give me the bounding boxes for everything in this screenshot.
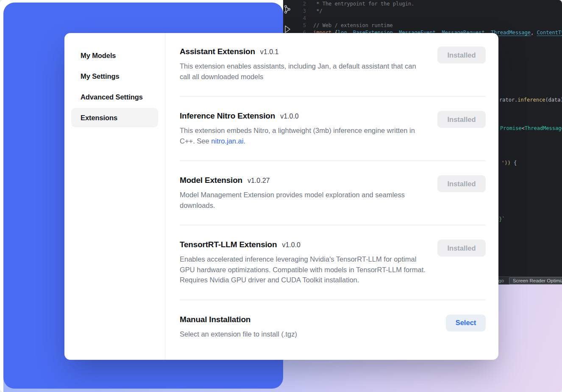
extension-version: v1.0.0 — [280, 113, 299, 120]
source-control-icon[interactable] — [283, 4, 292, 14]
extension-description: This extension embeds Nitro, a lightweig… — [180, 125, 427, 146]
extension-version: v1.0.1 — [260, 48, 279, 56]
manual-installation-description: Select an extension file to install (.tg… — [180, 329, 297, 340]
manual-installation-row: Manual Installation Select an extension … — [180, 315, 486, 340]
sidebar-item-my-settings[interactable]: My Settings — [71, 66, 158, 86]
sidebar-item-advanced-settings[interactable]: Advanced Settings — [71, 87, 158, 107]
extension-version: v1.0.27 — [248, 177, 270, 185]
extensions-panel: Assistant Extension v1.0.1 This extensio… — [165, 33, 498, 360]
extension-version: v1.0.0 — [282, 241, 300, 249]
sidebar-item-extensions[interactable]: Extensions — [71, 108, 158, 127]
extension-description: Model Management Extension provides mode… — [180, 190, 427, 210]
extension-title: Inference Nitro Extension — [180, 111, 275, 121]
installed-button[interactable]: Installed — [437, 47, 486, 63]
row-divider — [180, 300, 486, 300]
extension-description: Enables accelerated inference leveraging… — [180, 254, 427, 285]
row-divider — [180, 96, 486, 97]
row-divider — [180, 225, 486, 225]
screen-reader-chip[interactable]: Screen Reader Optimized — [509, 277, 562, 284]
run-icon[interactable] — [283, 25, 292, 34]
settings-sidebar: My Models My Settings Advanced Settings … — [64, 33, 165, 360]
activity-bar — [283, 0, 292, 36]
extension-title: Model Extension — [180, 175, 242, 185]
extension-row-assistant: Assistant Extension v1.0.1 This extensio… — [180, 47, 486, 82]
row-divider — [180, 160, 486, 161]
code-fragment: rator.inference(data)); — [499, 97, 562, 103]
code-fragment: ')) { — [501, 160, 517, 166]
settings-modal: My Models My Settings Advanced Settings … — [64, 33, 498, 360]
manual-installation-title: Manual Installation — [180, 315, 250, 325]
status-text: go — [498, 278, 504, 283]
code-line — [313, 15, 562, 22]
code-line: // Web / extension runtime — [313, 22, 562, 29]
extension-description: This extension enables assistants, inclu… — [180, 61, 427, 82]
extension-title: TensortRT-LLM Extension — [180, 240, 277, 250]
code-line: * The entrypoint for the plugin. — [313, 0, 562, 8]
extension-title: Assistant Extension — [180, 47, 255, 57]
code-line: */ — [313, 8, 562, 15]
line-numbers: 2 3 4 5 6 — [292, 0, 309, 36]
extension-row-tensorrt-llm: TensortRT-LLM Extension v1.0.0 Enables a… — [180, 240, 486, 285]
installed-button[interactable]: Installed — [437, 111, 486, 128]
sidebar-item-my-models[interactable]: My Models — [71, 46, 158, 65]
code-lines: * The entrypoint for the plugin. */ // W… — [309, 0, 562, 36]
select-file-button[interactable]: Select — [446, 315, 486, 331]
code-fragment: Promise<ThreadMessage> — [500, 125, 562, 131]
installed-button[interactable]: Installed — [437, 240, 486, 257]
extension-row-model: Model Extension v1.0.27 Model Management… — [180, 175, 486, 210]
code-pane[interactable]: 2 3 4 5 6 * The entrypoint for the plugi… — [292, 0, 562, 36]
app-canvas: 2 3 4 5 6 * The entrypoint for the plugi… — [0, 0, 562, 392]
nitro-jan-ai-link[interactable]: nitro.jan.ai. — [211, 137, 245, 145]
installed-button[interactable]: Installed — [437, 175, 486, 192]
extension-row-inference-nitro: Inference Nitro Extension v1.0.0 This ex… — [180, 111, 486, 146]
